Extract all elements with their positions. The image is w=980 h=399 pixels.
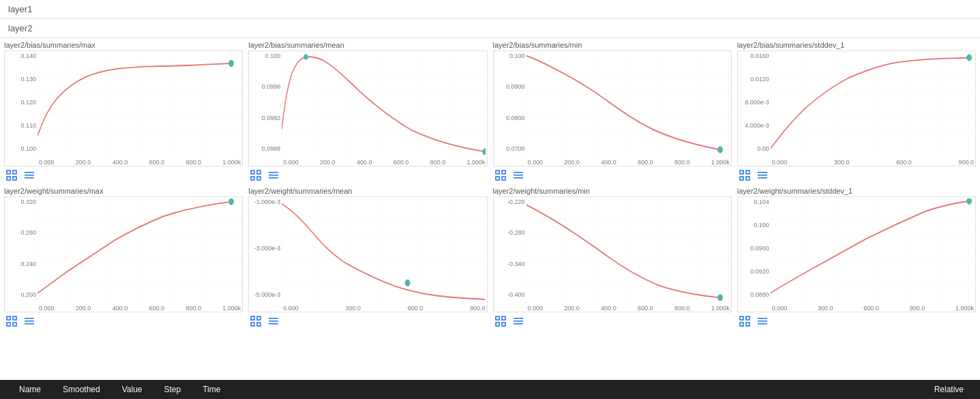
chart-weight-max-inner [38, 198, 241, 301]
svg-rect-50 [251, 323, 254, 326]
svg-rect-9 [282, 53, 485, 155]
svg-rect-45 [25, 323, 34, 325]
svg-point-11 [304, 55, 308, 60]
chart-bias-mean-xlabels: 0.000200.0400.0600.0800.01.000k [282, 159, 486, 166]
svg-rect-24 [502, 177, 505, 180]
expand-icon-bias-min[interactable] [494, 169, 507, 181]
chart-bias-max-title: layer2/bias/summaries/max [4, 41, 243, 49]
menu-icon-weight-min[interactable] [512, 315, 524, 327]
chart-weight-mean-area: -1.000e-3-3.000e-3-5.000e-3 0.000300.060… [248, 196, 487, 312]
chart-weight-mean-inner [282, 198, 485, 301]
menu-icon-weight-max[interactable] [23, 315, 35, 327]
svg-rect-62 [514, 321, 523, 322]
expand-icon-weight-mean[interactable] [250, 315, 262, 327]
expand-icon-weight-stddev[interactable] [739, 315, 751, 327]
svg-rect-46 [282, 198, 485, 301]
svg-rect-48 [251, 316, 254, 320]
chart-weight-stddev-xlabels: 0.000300.0600.0900.01.000k [771, 305, 975, 312]
svg-rect-53 [269, 321, 278, 322]
menu-icon-bias-mean[interactable] [267, 169, 280, 181]
chart-weight-mean: layer2/weight/summaries/mean -1.000e-3-3… [248, 187, 487, 327]
chart-bias-max-inner [38, 53, 241, 155]
menu-icon-weight-mean[interactable] [267, 315, 280, 327]
svg-rect-68 [740, 323, 743, 326]
chart-weight-stddev: layer2/weight/summaries/stddev_1 0.1040.… [737, 187, 976, 327]
chart-bias-max-area: 0.1400.1300.1200.1100.100 0.000200.0400.… [4, 50, 243, 166]
svg-point-20 [717, 147, 722, 153]
chart-weight-mean-ylabels: -1.000e-3-3.000e-3-5.000e-3 [249, 197, 282, 298]
chart-bias-stddev-ylabels: 0.01600.01208.000e-34.000e-30.00 [738, 51, 771, 152]
svg-rect-33 [746, 177, 749, 180]
svg-rect-70 [758, 318, 767, 319]
chart-bias-max-controls [4, 169, 243, 181]
layer2-header: layer2 [0, 19, 980, 38]
svg-rect-72 [758, 323, 767, 325]
chart-bias-stddev-area: 0.01600.01208.000e-34.000e-30.00 0.00030… [737, 50, 976, 166]
svg-rect-7 [25, 175, 34, 176]
menu-icon-bias-min[interactable] [512, 169, 524, 181]
chart-weight-mean-xlabels: 0.000300.0600.0900.0 [282, 305, 486, 312]
svg-rect-57 [496, 316, 499, 320]
menu-icon-bias-max[interactable] [23, 169, 35, 181]
svg-point-47 [405, 280, 410, 286]
svg-rect-4 [7, 177, 10, 180]
chart-weight-stddev-ylabels: 0.1040.1000.09600.09200.0880 [738, 197, 771, 298]
chart-weight-stddev-controls [737, 315, 976, 327]
chart-weight-min-area: -0.220-0.280-0.340-0.400 0.000200.0400.0… [493, 196, 732, 312]
svg-rect-17 [269, 175, 278, 176]
chart-weight-min-inner [526, 198, 730, 301]
chart-weight-stddev-title: layer2/weight/summaries/stddev_1 [737, 187, 976, 195]
svg-rect-49 [257, 316, 261, 320]
menu-icon-bias-stddev[interactable] [756, 169, 769, 181]
svg-rect-0 [38, 53, 241, 155]
chart-bias-min-inner [526, 53, 730, 155]
svg-point-38 [228, 198, 233, 205]
chart-weight-min: layer2/weight/summaries/min -0.220-0.280… [493, 187, 732, 327]
svg-rect-14 [251, 177, 254, 180]
chart-bias-min-xlabels: 0.000200.0400.0600.0800.01.000k [526, 159, 731, 166]
chart-weight-mean-title: layer2/weight/summaries/mean [248, 187, 487, 195]
svg-rect-21 [496, 171, 499, 174]
chart-weight-min-title: layer2/weight/summaries/min [493, 187, 732, 195]
charts-row2: layer2/weight/summaries/max 0.3200.2800.… [0, 184, 980, 330]
chart-weight-min-xlabels: 0.000200.0400.0600.0800.01.000k [526, 305, 731, 312]
chart-weight-stddev-area: 0.1040.1000.09600.09200.0880 0.000300.06… [737, 196, 976, 312]
chart-bias-stddev: layer2/bias/summaries/stddev_1 0.01600.0… [737, 41, 976, 181]
chart-bias-min-controls [493, 169, 732, 181]
chart-bias-min-ylabels: 0.1000.09000.08000.0700 [494, 51, 526, 152]
chart-bias-min-title: layer2/bias/summaries/min [493, 41, 732, 49]
chart-bias-min: layer2/bias/summaries/min 0.1000.09000.0… [493, 41, 732, 181]
expand-icon-weight-min[interactable] [494, 315, 507, 327]
svg-rect-43 [25, 318, 34, 319]
svg-rect-34 [758, 172, 767, 173]
svg-rect-30 [740, 171, 743, 174]
expand-icon-bias-max[interactable] [5, 169, 18, 181]
svg-rect-59 [496, 323, 499, 326]
chart-bias-max-ylabels: 0.1400.1300.1200.1100.100 [5, 51, 38, 152]
svg-rect-19 [526, 53, 730, 155]
svg-rect-42 [13, 323, 16, 326]
svg-rect-61 [514, 318, 523, 319]
expand-icon-weight-max[interactable] [5, 315, 18, 327]
expand-icon-bias-stddev[interactable] [739, 169, 751, 181]
chart-bias-stddev-xlabels: 0.000300.0600.0900.0 [771, 159, 975, 166]
chart-bias-mean-ylabels: 0.1000.09960.09920.0988 [249, 51, 282, 152]
chart-bias-min-area: 0.1000.09000.08000.0700 0.000200.0400.06… [493, 50, 732, 166]
layer1-header: layer1 [0, 0, 980, 19]
menu-icon-weight-stddev[interactable] [756, 315, 769, 327]
svg-rect-58 [502, 316, 505, 320]
svg-rect-41 [7, 323, 10, 326]
svg-rect-18 [269, 177, 278, 179]
chart-bias-mean-title: layer2/bias/summaries/mean [248, 41, 487, 49]
chart-weight-mean-controls [248, 315, 487, 327]
svg-rect-15 [257, 177, 261, 180]
svg-rect-28 [771, 53, 974, 155]
svg-rect-69 [746, 323, 749, 326]
expand-icon-bias-mean[interactable] [250, 169, 262, 181]
svg-rect-64 [771, 198, 974, 301]
svg-rect-5 [13, 177, 16, 180]
svg-rect-55 [526, 198, 730, 301]
svg-rect-31 [746, 171, 749, 174]
chart-weight-max-title: layer2/weight/summaries/max [4, 187, 243, 195]
chart-weight-max-area: 0.3200.2800.2400.200 0.000200.0400.0600.… [4, 196, 243, 312]
